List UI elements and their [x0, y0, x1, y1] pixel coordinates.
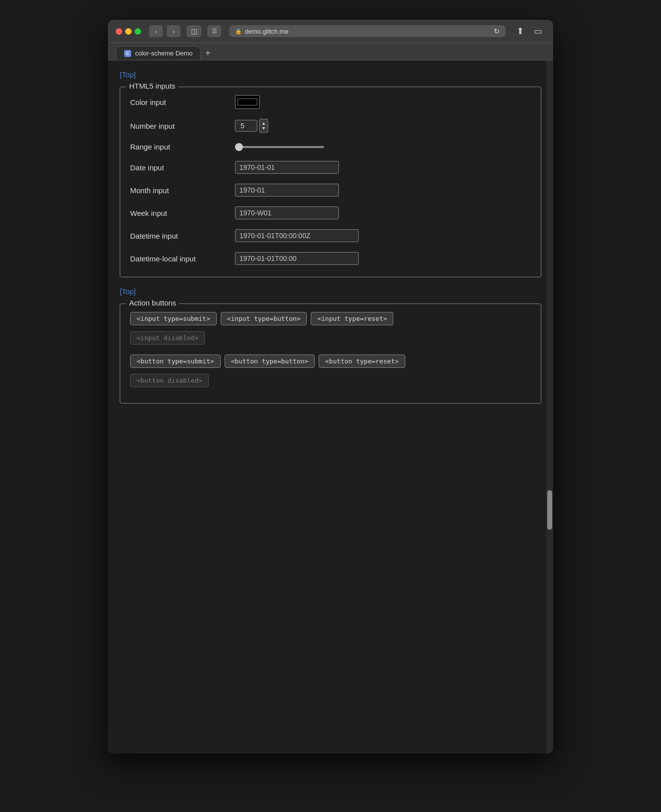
month-input-row: Month input: [130, 184, 531, 197]
date-input-row: Date input: [130, 161, 531, 174]
action-buttons-section: Action buttons <input type=submit> <inpu…: [120, 304, 541, 404]
week-input-row: Week input: [130, 206, 531, 219]
range-input-label: Range input: [130, 143, 229, 151]
number-input-label: Number input: [130, 122, 229, 130]
datetime-input-row: Datetime input: [130, 229, 531, 242]
number-input-row: Number input ▲ ▼: [130, 119, 531, 133]
number-spinner[interactable]: ▲ ▼: [259, 119, 268, 133]
html5-inputs-section: HTML5 inputs Color input Number input ▲ …: [120, 87, 541, 277]
tab-favicon: C: [124, 50, 131, 57]
input-buttons-group: <input type=submit> <input type=button> …: [130, 312, 531, 325]
url-text: demo.glitch.me: [245, 28, 288, 35]
back-button[interactable]: ‹: [149, 25, 163, 37]
scrollbar-track[interactable]: [546, 60, 553, 754]
new-tab-icon-button[interactable]: ▭: [531, 25, 545, 38]
input-submit-button[interactable]: <input type=submit>: [130, 312, 217, 325]
address-bar[interactable]: 🔒 demo.glitch.me ↻: [229, 25, 506, 37]
new-tab-button[interactable]: +: [201, 48, 215, 59]
input-button-button[interactable]: <input type=button>: [221, 312, 307, 325]
maximize-button[interactable]: [135, 28, 141, 35]
month-input-label: Month input: [130, 186, 229, 195]
button-button-button[interactable]: <button type=button>: [225, 355, 315, 368]
datetime-local-input-label: Datetime-local input: [130, 254, 229, 263]
button-reset-button[interactable]: <button type=reset>: [319, 355, 405, 368]
datetime-input-label: Datetime input: [130, 232, 229, 240]
action-legend: Action buttons: [126, 299, 179, 307]
tab-title: color-scheme Demo: [135, 50, 192, 57]
top-link-2[interactable]: [Top]: [120, 287, 136, 296]
share-button[interactable]: ⬆: [514, 25, 527, 38]
color-input-row: Color input: [130, 95, 531, 109]
input-disabled-group: <input disabled>: [130, 331, 531, 345]
month-input[interactable]: [235, 184, 339, 197]
sidebar-toggle-button[interactable]: ◫: [187, 25, 201, 37]
number-input[interactable]: [235, 120, 257, 132]
input-disabled-button: <input disabled>: [130, 331, 205, 345]
button-disabled-group: <button disabled>: [130, 374, 531, 387]
week-input-label: Week input: [130, 209, 229, 217]
lock-icon: 🔒: [235, 28, 242, 35]
scrollbar-thumb[interactable]: [547, 490, 552, 530]
top-link-1[interactable]: [Top]: [120, 70, 136, 79]
datetime-local-input-row: Datetime-local input: [130, 252, 531, 265]
range-input-row: Range input: [130, 143, 531, 151]
week-input[interactable]: [235, 206, 339, 219]
active-tab[interactable]: C color-scheme Demo: [116, 46, 201, 60]
tabbar: C color-scheme Demo +: [108, 43, 553, 60]
minimize-button[interactable]: [125, 28, 132, 35]
reader-mode-button[interactable]: ☰: [207, 25, 221, 37]
page-content: [Top] HTML5 inputs Color input Number in…: [108, 60, 553, 754]
date-input-label: Date input: [130, 163, 229, 172]
close-button[interactable]: [116, 28, 122, 35]
color-input-label: Color input: [130, 98, 229, 106]
datetime-local-input[interactable]: [235, 252, 359, 265]
range-input[interactable]: [235, 146, 324, 148]
number-wrapper: ▲ ▼: [235, 119, 268, 133]
browser-window: ‹ › ◫ ☰ 🔒 demo.glitch.me ↻ ⬆ ▭ C color-s…: [108, 20, 553, 754]
reload-button[interactable]: ↻: [494, 27, 500, 35]
button-disabled-button: <button disabled>: [130, 374, 209, 387]
date-input[interactable]: [235, 161, 339, 174]
forward-button[interactable]: ›: [167, 25, 181, 37]
color-input[interactable]: [235, 95, 260, 109]
input-reset-button[interactable]: <input type=reset>: [311, 312, 393, 325]
button-buttons-group: <button type=submit> <button type=button…: [130, 355, 531, 368]
traffic-lights: [116, 28, 141, 35]
html5-legend: HTML5 inputs: [126, 82, 178, 90]
button-submit-button[interactable]: <button type=submit>: [130, 355, 221, 368]
titlebar: ‹ › ◫ ☰ 🔒 demo.glitch.me ↻ ⬆ ▭: [108, 20, 553, 43]
datetime-input[interactable]: [235, 229, 359, 242]
